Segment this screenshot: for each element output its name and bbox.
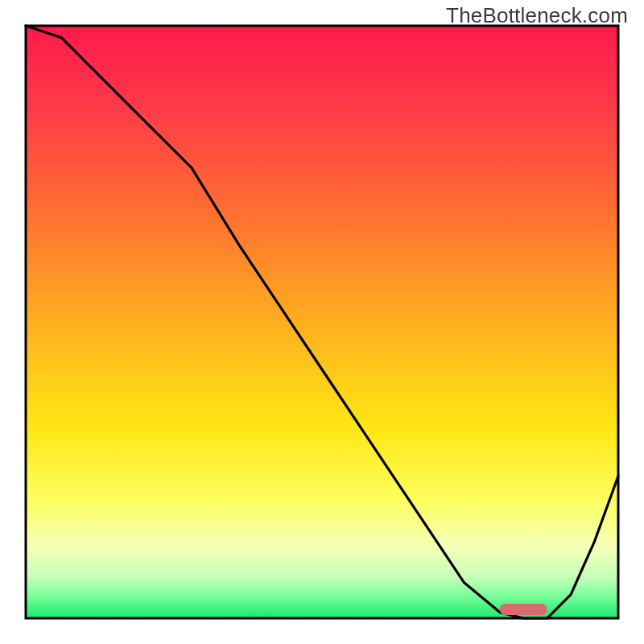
bottleneck-chart — [0, 0, 644, 644]
optimal-zone-marker — [500, 604, 547, 615]
watermark-text: TheBottleneck.com — [446, 3, 628, 28]
plot-gradient-area — [26, 26, 618, 618]
chart-container: TheBottleneck.com — [0, 0, 644, 644]
